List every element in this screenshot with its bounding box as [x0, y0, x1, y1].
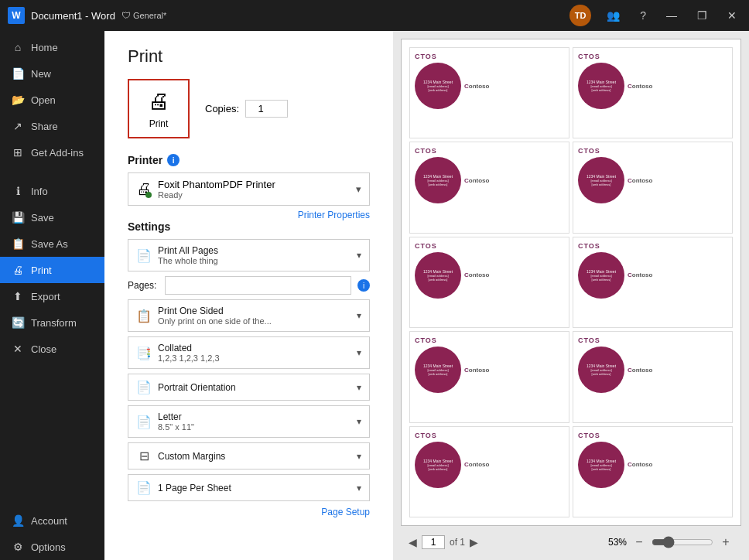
app-body: ⌂ Home 📄 New 📂 Open ↗ Share ⊞ Get Add-in…	[0, 31, 749, 560]
pages-per-sheet-text: 1 Page Per Sheet	[158, 483, 351, 493]
next-page-button[interactable]: ▶	[470, 536, 478, 548]
orientation-dropdown[interactable]: 📄 Portrait Orientation ▾	[128, 374, 370, 401]
pages-row: Pages: i	[128, 276, 370, 295]
sidebar-item-account[interactable]: 👤 Account	[0, 507, 104, 534]
print-pages-icon: 📄	[136, 248, 152, 263]
titlebar: W Document1 - Word 🛡 General* TD 👥 ? — ❐…	[0, 0, 749, 31]
sidebar-item-get-add-ins[interactable]: ⊞ Get Add-ins	[0, 139, 104, 166]
pages-input[interactable]	[165, 276, 351, 295]
titlebar-right: TD 👥 ? — ❐ ✕	[569, 5, 741, 26]
options-icon: ⚙	[11, 541, 25, 553]
paper-size-icon: 📄	[136, 415, 152, 429]
sidebar-item-info[interactable]: ℹ Info	[0, 178, 104, 204]
page-nav: ◀ of 1 ▶	[409, 535, 478, 549]
sidebar-item-transform[interactable]: 🔄 Transform	[0, 309, 104, 336]
print-pages-dropdown[interactable]: 📄 Print All Pages The whole thing ▾	[128, 239, 370, 271]
sidebar-label-save-as: Save As	[31, 238, 68, 250]
sidebar-item-close[interactable]: ✕ Close	[0, 336, 104, 362]
paper-size-dropdown[interactable]: 📄 Letter 8.5" x 11" ▾	[128, 405, 370, 438]
sidebar-item-new[interactable]: 📄 New	[0, 60, 104, 87]
sidebar-label-close: Close	[31, 343, 56, 355]
label-brand: Contoso	[628, 83, 652, 90]
titlebar-left: W Document1 - Word 🛡 General*	[8, 7, 166, 24]
margins-icon: ⊟	[136, 449, 152, 463]
label-top-text: CTOS	[415, 53, 437, 60]
sidebar-label-new: New	[31, 68, 51, 80]
sidebar-item-save-as[interactable]: 📋 Save As	[0, 230, 104, 257]
sidebar-item-options[interactable]: ⚙ Options	[0, 534, 104, 560]
titlebar-title: Document1 - Word	[31, 10, 115, 22]
copies-input[interactable]	[245, 100, 288, 118]
pages-per-sheet-arrow: ▾	[357, 483, 361, 493]
label-circle: 1234 Main Street [email address] [web ad…	[415, 63, 461, 109]
label-cell: CTOS 1234 Main Street [email address] [w…	[409, 47, 569, 138]
paper-size-text: Letter 8.5" x 11"	[158, 411, 351, 432]
label-cell: CTOS 1234 Main Street [email address] [w…	[573, 47, 733, 138]
margins-main: Custom Margins	[158, 451, 351, 462]
printer-dropdown[interactable]: 🖨 Foxit PhantomPDF Printer Ready ▾	[128, 172, 370, 206]
sidebar-label-print: Print	[31, 265, 52, 276]
printer-info-icon[interactable]: i	[167, 154, 180, 166]
avatar: TD	[569, 5, 591, 26]
info-icon: ℹ	[11, 185, 25, 197]
page-of-label: of 1	[450, 537, 465, 548]
collated-icon: 📑	[136, 346, 152, 360]
label-cell: CTOS 1234 Main Street [email address] [w…	[573, 237, 733, 328]
pages-per-sheet-icon: 📄	[136, 480, 152, 495]
open-icon: 📂	[11, 94, 25, 106]
label-cell: CTOS 1234 Main Street [email address] [w…	[409, 331, 569, 422]
label-top-text: CTOS	[578, 336, 600, 344]
label-top-text: CTOS	[415, 336, 437, 344]
sidebar-item-share[interactable]: ↗ Share	[0, 113, 104, 139]
orientation-arrow: ▾	[357, 382, 361, 393]
page-number-input[interactable]	[422, 535, 445, 549]
print-button[interactable]: 🖨 Print	[128, 79, 190, 138]
close-button[interactable]: ✕	[723, 8, 741, 23]
close-sidebar-icon: ✕	[11, 343, 25, 355]
sides-dropdown[interactable]: 📋 Print One Sided Only print on one side…	[128, 299, 370, 332]
label-brand: Contoso	[464, 461, 489, 468]
pages-per-sheet-dropdown[interactable]: 📄 1 Page Per Sheet ▾	[128, 474, 370, 501]
page-setup-link[interactable]: Page Setup	[321, 507, 370, 517]
label-brand: Contoso	[628, 177, 652, 184]
prev-page-button[interactable]: ◀	[409, 536, 417, 548]
sidebar-item-home[interactable]: ⌂ Home	[0, 34, 104, 60]
sidebar-label-home: Home	[31, 42, 58, 53]
sidebar-item-open[interactable]: 📂 Open	[0, 87, 104, 113]
pages-info-icon[interactable]: i	[357, 279, 370, 292]
save-icon: 💾	[11, 211, 25, 224]
sidebar-item-export[interactable]: ⬆ Export	[0, 283, 104, 309]
label-brand: Contoso	[464, 83, 489, 90]
minimize-button[interactable]: —	[662, 8, 682, 23]
label-middle: 1234 Main Street [email address] [web ad…	[578, 63, 727, 109]
orientation-main: Portrait Orientation	[158, 382, 351, 393]
label-top-text: CTOS	[578, 53, 600, 60]
new-icon: 📄	[11, 67, 25, 80]
label-brand: Contoso	[464, 271, 489, 278]
restore-button[interactable]: ❐	[693, 8, 712, 23]
zoom-slider[interactable]	[652, 536, 713, 548]
print-pages-arrow: ▾	[357, 250, 361, 261]
label-middle: 1234 Main Street [email address] [web ad…	[578, 442, 727, 488]
sidebar-bottom: 👤 Account ⚙ Options	[0, 507, 104, 560]
pages-per-sheet-main: 1 Page Per Sheet	[158, 483, 351, 493]
print-btn-icon: 🖨	[148, 88, 169, 114]
pages-label: Pages:	[128, 280, 159, 291]
zoom-out-button[interactable]: −	[631, 535, 647, 549]
printer-properties-link[interactable]: Printer Properties	[298, 210, 370, 220]
collated-arrow: ▾	[357, 347, 361, 358]
help-button[interactable]: ?	[635, 8, 651, 23]
printer-device-icon: 🖨	[136, 180, 152, 198]
printer-status: Ready	[158, 190, 350, 200]
zoom-in-button[interactable]: +	[718, 535, 734, 549]
label-top-text: CTOS	[415, 147, 437, 155]
sidebar-item-print[interactable]: 🖨 Print	[0, 257, 104, 283]
collated-sub: 1,2,3 1,2,3 1,2,3	[158, 353, 351, 363]
collated-dropdown[interactable]: 📑 Collated 1,2,3 1,2,3 1,2,3 ▾	[128, 336, 370, 369]
margins-dropdown[interactable]: ⊟ Custom Margins ▾	[128, 442, 370, 470]
sidebar-label-open: Open	[31, 94, 56, 106]
collaborate-button[interactable]: 👥	[602, 8, 624, 23]
sidebar-item-save[interactable]: 💾 Save	[0, 204, 104, 230]
label-circle: 1234 Main Street [email address] [web ad…	[415, 442, 461, 488]
transform-icon: 🔄	[11, 316, 25, 329]
